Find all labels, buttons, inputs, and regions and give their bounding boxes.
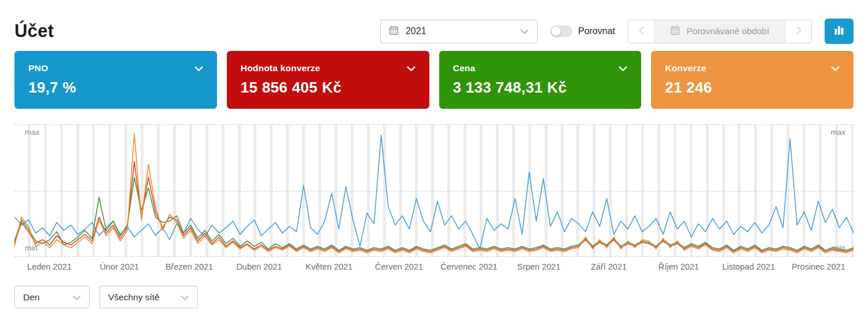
x-axis-month-label: Říjen 2021 <box>643 262 713 271</box>
series-line-cena <box>14 178 854 251</box>
chevron-down-icon[interactable] <box>831 63 840 73</box>
series-line-pno <box>14 135 854 249</box>
granularity-select-value: Den <box>23 292 39 303</box>
x-axis-month-label: Březen 2021 <box>155 262 225 271</box>
y-axis-max-label-left: max <box>25 128 40 137</box>
network-select-value: Všechny sítě <box>108 292 160 303</box>
compare-period-field[interactable]: Porovnávané období <box>654 20 786 43</box>
compare-period-placeholder: Porovnávané období <box>686 26 769 36</box>
card-label: PNO <box>28 63 48 73</box>
prev-period-button[interactable] <box>628 20 654 43</box>
compare-period-group: Porovnávané období <box>628 20 812 43</box>
chevron-down-icon[interactable] <box>619 63 627 73</box>
card-value: 3 133 748,31 Kč <box>453 79 628 97</box>
metric-card-konverze[interactable]: Konverze 21 246 <box>651 51 854 109</box>
chart-svg <box>14 124 854 257</box>
next-period-button[interactable] <box>786 20 811 43</box>
chevron-down-icon[interactable] <box>194 63 203 73</box>
card-label: Hodnota konverze <box>241 63 321 73</box>
card-value: 21 246 <box>665 79 840 97</box>
compare-toggle-wrap: Porovnat <box>550 25 615 37</box>
metric-card-cena[interactable]: Cena 3 133 748,31 Kč <box>439 51 642 109</box>
calendar-icon <box>389 25 399 38</box>
timeseries-chart[interactable]: max max min min <box>14 124 854 257</box>
card-value: 15 856 405 Kč <box>241 79 415 97</box>
x-axis-month-label: Leden 2021 <box>14 262 84 271</box>
year-select-value: 2021 <box>406 26 426 36</box>
chevron-down-icon[interactable] <box>407 63 415 73</box>
x-axis-month-label: Květen 2021 <box>294 262 364 271</box>
x-axis-month-label: Září 2021 <box>574 262 644 271</box>
chevron-down-icon <box>181 292 189 303</box>
card-value: 19,7 % <box>28 79 203 97</box>
x-axis-month-label: Únor 2021 <box>84 262 155 271</box>
header: Účet 2021 Porovnat Porovnávané období <box>0 0 868 49</box>
metric-card-pno[interactable]: PNO 19,7 % <box>14 51 217 109</box>
chart-type-button[interactable] <box>825 19 854 44</box>
y-axis-min-label-right: min <box>833 244 845 252</box>
bar-chart-icon <box>833 25 845 38</box>
chevron-left-icon <box>639 26 644 37</box>
metric-cards: PNO 19,7 % Hodnota konverze 15 856 405 K… <box>14 51 854 109</box>
x-axis-month-label: Červen 2021 <box>364 262 434 271</box>
x-axis-month-label: Duben 2021 <box>224 262 294 271</box>
chevron-down-icon <box>72 292 81 303</box>
x-axis-month-label: Červenec 2021 <box>434 262 504 271</box>
y-axis-max-label-right: max <box>830 128 845 137</box>
network-select[interactable]: Všechny sítě <box>100 286 198 308</box>
granularity-select[interactable]: Den <box>14 286 90 308</box>
year-select[interactable]: 2021 <box>380 20 538 43</box>
page-title: Účet <box>14 21 54 42</box>
x-axis-month-label: Srpen 2021 <box>504 262 574 271</box>
series-line-konverze <box>14 134 854 253</box>
chevron-down-icon <box>520 26 529 36</box>
chevron-right-icon <box>796 26 801 37</box>
toggle-knob <box>551 27 561 36</box>
y-axis-min-label-left: min <box>25 244 38 252</box>
x-axis-month-label: Prosinec 2021 <box>784 262 854 271</box>
card-label: Cena <box>453 63 476 73</box>
calendar-icon <box>670 25 680 38</box>
footer-controls: Den Všechny sítě <box>14 286 854 308</box>
metric-card-hodnota-konverze[interactable]: Hodnota konverze 15 856 405 Kč <box>227 51 429 109</box>
card-label: Konverze <box>665 63 706 73</box>
x-axis-month-label: Listopad 2021 <box>713 262 784 271</box>
compare-toggle[interactable] <box>550 25 572 37</box>
compare-toggle-label: Porovnat <box>578 26 615 36</box>
x-axis-labels: Leden 2021Únor 2021Březen 2021Duben 2021… <box>14 262 854 271</box>
